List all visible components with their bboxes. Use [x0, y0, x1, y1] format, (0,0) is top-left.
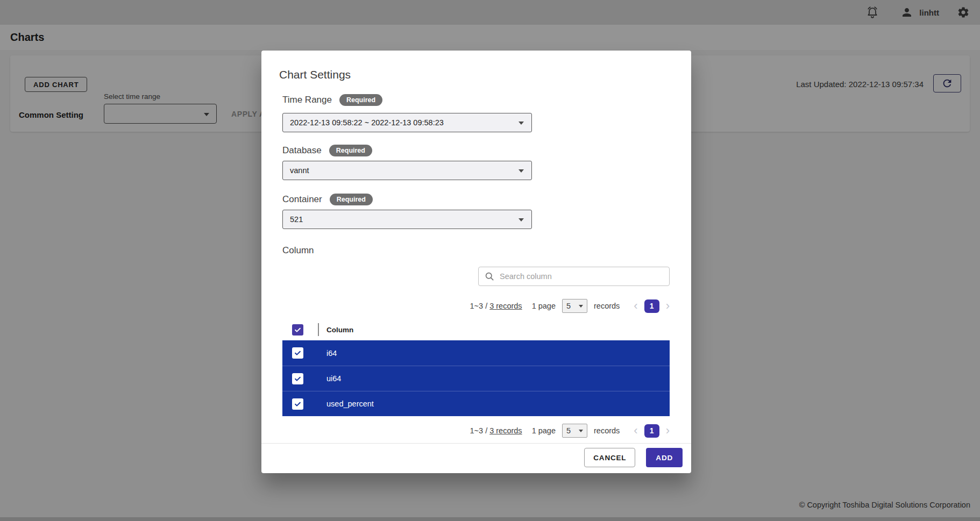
row-checkbox[interactable]	[292, 347, 303, 359]
time-range-value: 2022-12-13 09:58:22 ~ 2022-12-13 09:58:2…	[290, 118, 444, 127]
dialog-title: Chart Settings	[279, 68, 351, 81]
page-size-value: 5	[566, 426, 571, 435]
records-link[interactable]: 3 records	[489, 302, 522, 310]
time-range-label-row: Time Range Required	[282, 94, 382, 106]
page-size-select[interactable]: 5	[562, 299, 587, 313]
pagination-top: 1~3 / 3 records 1 page 5 records ‹ 1 ›	[282, 296, 670, 316]
table-row[interactable]: ui64	[282, 366, 670, 391]
page-size-value: 5	[566, 302, 571, 310]
database-select[interactable]: vannt	[282, 161, 532, 180]
actions-divider	[261, 443, 691, 444]
record-range: 1~3 /	[470, 426, 488, 435]
records-word: records	[594, 302, 620, 310]
container-value: 521	[290, 215, 303, 224]
table-row[interactable]: used_percent	[282, 391, 670, 416]
database-label-row: Database Required	[282, 145, 372, 156]
container-label: Container	[282, 194, 322, 205]
chevron-down-icon	[519, 122, 524, 125]
row-checkbox[interactable]	[292, 398, 303, 410]
chevron-down-icon	[519, 218, 524, 222]
page-count: 1 page	[532, 302, 556, 310]
record-range: 1~3 /	[470, 302, 488, 310]
records-word: records	[594, 426, 620, 435]
time-range-select[interactable]: 2022-12-13 09:58:22 ~ 2022-12-13 09:58:2…	[282, 113, 532, 132]
select-all-checkbox[interactable]	[292, 324, 303, 336]
required-badge: Required	[330, 194, 373, 205]
prev-page-icon[interactable]: ‹	[634, 425, 637, 437]
container-select[interactable]: 521	[282, 210, 532, 229]
database-value: vannt	[290, 166, 309, 175]
dialog-actions: CANCEL ADD	[584, 448, 683, 467]
row-label: used_percent	[326, 399, 374, 408]
records-link[interactable]: 3 records	[489, 426, 522, 435]
next-page-icon[interactable]: ›	[666, 300, 670, 312]
row-checkbox[interactable]	[292, 373, 303, 384]
table-row[interactable]: i64	[282, 340, 670, 366]
column-rows: i64 ui64 used_percent	[282, 340, 670, 416]
page-size-select[interactable]: 5	[562, 424, 587, 438]
column-search-box	[478, 267, 670, 286]
column-table: Column i64 ui64 used_percent	[282, 319, 670, 416]
required-badge: Required	[329, 145, 372, 156]
current-page-button[interactable]: 1	[644, 299, 659, 313]
next-page-icon[interactable]: ›	[666, 425, 670, 437]
column-section-label: Column	[282, 245, 314, 256]
current-page-button[interactable]: 1	[644, 424, 659, 438]
search-input[interactable]	[500, 272, 664, 281]
chevron-down-icon	[519, 169, 524, 173]
add-button[interactable]: ADD	[646, 448, 683, 467]
column-resize-handle[interactable]	[318, 323, 319, 336]
row-label: ui64	[326, 374, 341, 383]
chevron-down-icon	[579, 305, 583, 308]
chart-settings-dialog: Chart Settings Time Range Required 2022-…	[261, 51, 691, 473]
cancel-button[interactable]: CANCEL	[584, 448, 635, 467]
prev-page-icon[interactable]: ‹	[634, 300, 637, 312]
column-header-label: Column	[326, 326, 353, 334]
container-label-row: Container Required	[282, 194, 373, 205]
column-table-header: Column	[282, 319, 670, 340]
time-range-label: Time Range	[282, 95, 332, 105]
database-label: Database	[282, 145, 322, 156]
required-badge: Required	[339, 94, 382, 106]
page-count: 1 page	[532, 426, 556, 435]
chevron-down-icon	[579, 430, 583, 432]
pagination-bottom: 1~3 / 3 records 1 page 5 records ‹ 1 ›	[282, 421, 670, 440]
search-icon	[484, 271, 495, 282]
row-label: i64	[326, 349, 337, 358]
